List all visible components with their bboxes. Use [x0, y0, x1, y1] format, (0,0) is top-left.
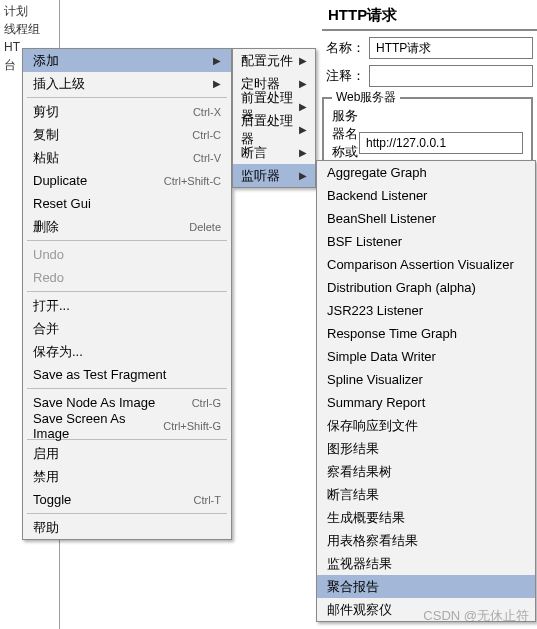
menu-item-label: Comparison Assertion Visualizer — [327, 257, 514, 272]
menu-item-label: Duplicate — [33, 173, 164, 188]
menu-item[interactable]: 邮件观察仪 — [317, 598, 535, 621]
menu-item[interactable]: 帮助 — [23, 516, 231, 539]
chevron-right-icon: ▶ — [299, 147, 307, 158]
menu-separator — [27, 240, 227, 241]
menu-item[interactable]: 插入上级▶ — [23, 72, 231, 95]
menu-item[interactable]: BSF Listener — [317, 230, 535, 253]
menu-item[interactable]: 用表格察看结果 — [317, 529, 535, 552]
menu-item[interactable]: 断言结果 — [317, 483, 535, 506]
menu-item-shortcut: Ctrl-V — [193, 152, 221, 164]
name-label: 名称： — [326, 39, 369, 57]
comment-input[interactable] — [369, 65, 533, 87]
menu-item[interactable]: Simple Data Writer — [317, 345, 535, 368]
menu-item-label: Response Time Graph — [327, 326, 457, 341]
menu-item[interactable]: Aggregate Graph — [317, 161, 535, 184]
menu-item[interactable]: 生成概要结果 — [317, 506, 535, 529]
tree-item[interactable]: 计划 — [4, 2, 55, 20]
menu-item[interactable]: Spline Visualizer — [317, 368, 535, 391]
web-server-legend: Web服务器 — [332, 89, 400, 106]
menu-item-label: BSF Listener — [327, 234, 402, 249]
menu-item-label: Save Screen As Image — [33, 411, 163, 441]
menu-item-shortcut: Ctrl+Shift-C — [164, 175, 221, 187]
menu-item[interactable]: Response Time Graph — [317, 322, 535, 345]
menu-item[interactable]: 启用 — [23, 442, 231, 465]
menu-item-label: 保存响应到文件 — [327, 417, 418, 435]
menu-item: Undo — [23, 243, 231, 266]
menu-item[interactable]: 察看结果树 — [317, 460, 535, 483]
menu-item-label: Summary Report — [327, 395, 425, 410]
menu-item[interactable]: ToggleCtrl-T — [23, 488, 231, 511]
menu-item-label: Undo — [33, 247, 221, 262]
menu-item[interactable]: 删除Delete — [23, 215, 231, 238]
menu-item-label: 剪切 — [33, 103, 193, 121]
chevron-right-icon: ▶ — [299, 170, 307, 181]
menu-item[interactable]: 剪切Ctrl-X — [23, 100, 231, 123]
menu-item-label: Distribution Graph (alpha) — [327, 280, 476, 295]
menu-item-label: Save Node As Image — [33, 395, 192, 410]
menu-item[interactable]: BeanShell Listener — [317, 207, 535, 230]
menu-item-shortcut: Ctrl+Shift-G — [163, 420, 221, 432]
menu-item-shortcut: Ctrl-T — [194, 494, 222, 506]
menu-item-label: BeanShell Listener — [327, 211, 436, 226]
menu-item[interactable]: Reset Gui — [23, 192, 231, 215]
menu-item-label: 邮件观察仪 — [327, 601, 392, 619]
menu-item[interactable]: 添加▶ — [23, 49, 231, 72]
menu-item-label: 监听器 — [241, 167, 299, 185]
name-input[interactable] — [369, 37, 533, 59]
context-menu: 添加▶插入上级▶剪切Ctrl-X复制Ctrl-C粘贴Ctrl-VDuplicat… — [22, 48, 232, 540]
comment-label: 注释： — [326, 67, 369, 85]
menu-item[interactable]: DuplicateCtrl+Shift-C — [23, 169, 231, 192]
chevron-right-icon: ▶ — [299, 101, 307, 112]
menu-item[interactable]: 图形结果 — [317, 437, 535, 460]
menu-item-shortcut: Ctrl-G — [192, 397, 221, 409]
menu-item[interactable]: 后置处理器▶ — [233, 118, 315, 141]
tree-item[interactable]: 线程组 — [4, 20, 55, 38]
chevron-right-icon: ▶ — [213, 78, 221, 89]
menu-item-label: 打开... — [33, 297, 221, 315]
panel-title: HTTP请求 — [322, 4, 537, 31]
menu-separator — [27, 291, 227, 292]
menu-item[interactable]: 配置元件▶ — [233, 49, 315, 72]
menu-item-label: 生成概要结果 — [327, 509, 405, 527]
menu-item-label: 监视器结果 — [327, 555, 392, 573]
menu-item[interactable]: 断言▶ — [233, 141, 315, 164]
menu-item[interactable]: 聚合报告 — [317, 575, 535, 598]
menu-item[interactable]: Comparison Assertion Visualizer — [317, 253, 535, 276]
menu-separator — [27, 513, 227, 514]
menu-item-label: 删除 — [33, 218, 189, 236]
menu-item: Redo — [23, 266, 231, 289]
submenu-add: 配置元件▶定时器▶前置处理器▶后置处理器▶断言▶监听器▶ — [232, 48, 316, 188]
chevron-right-icon: ▶ — [299, 78, 307, 89]
menu-item-shortcut: Ctrl-X — [193, 106, 221, 118]
menu-item[interactable]: 粘贴Ctrl-V — [23, 146, 231, 169]
menu-item[interactable]: 合并 — [23, 317, 231, 340]
menu-separator — [27, 97, 227, 98]
menu-item-label: Backend Listener — [327, 188, 427, 203]
menu-item-label: 复制 — [33, 126, 192, 144]
menu-item[interactable]: Distribution Graph (alpha) — [317, 276, 535, 299]
menu-item[interactable]: 监视器结果 — [317, 552, 535, 575]
menu-item-label: 添加 — [33, 52, 207, 70]
menu-item[interactable]: Summary Report — [317, 391, 535, 414]
menu-item[interactable]: 复制Ctrl-C — [23, 123, 231, 146]
chevron-right-icon: ▶ — [213, 55, 221, 66]
menu-item-label: 用表格察看结果 — [327, 532, 418, 550]
menu-item[interactable]: 禁用 — [23, 465, 231, 488]
menu-item[interactable]: Save as Test Fragment — [23, 363, 231, 386]
menu-item-label: 禁用 — [33, 468, 221, 486]
menu-item-label: Reset Gui — [33, 196, 221, 211]
menu-item[interactable]: JSR223 Listener — [317, 299, 535, 322]
menu-item-label: 聚合报告 — [327, 578, 379, 596]
menu-item[interactable]: 监听器▶ — [233, 164, 315, 187]
menu-item[interactable]: Backend Listener — [317, 184, 535, 207]
server-input[interactable] — [359, 132, 523, 154]
menu-item[interactable]: 保存为... — [23, 340, 231, 363]
menu-item[interactable]: 打开... — [23, 294, 231, 317]
menu-item-label: 插入上级 — [33, 75, 207, 93]
menu-item[interactable]: Save Screen As ImageCtrl+Shift-G — [23, 414, 231, 437]
menu-item[interactable]: 保存响应到文件 — [317, 414, 535, 437]
menu-item-label: 后置处理器 — [241, 112, 299, 148]
menu-item-label: 合并 — [33, 320, 221, 338]
menu-item-label: 启用 — [33, 445, 221, 463]
menu-item-label: 断言 — [241, 144, 299, 162]
